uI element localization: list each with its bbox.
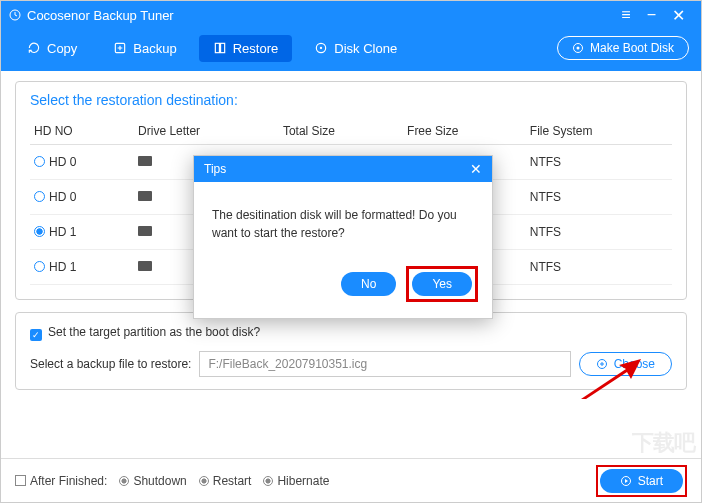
backup-path-input[interactable] <box>199 351 570 377</box>
yes-button[interactable]: Yes <box>412 272 472 296</box>
hibernate-label: Hibernate <box>277 474 329 488</box>
checkbox-icon[interactable]: ✓ <box>30 329 42 341</box>
disk-clone-icon <box>314 41 328 55</box>
radio-hibernate[interactable] <box>263 476 273 486</box>
drive-icon <box>138 261 152 271</box>
copy-icon <box>27 41 41 55</box>
col-fs: File System <box>526 118 672 145</box>
play-icon <box>620 475 632 487</box>
shutdown-label: Shutdown <box>133 474 186 488</box>
close-icon[interactable]: ✕ <box>672 6 685 25</box>
radio-restart[interactable] <box>199 476 209 486</box>
dialog-close-icon[interactable]: ✕ <box>470 161 482 177</box>
select-file-label: Select a backup file to restore: <box>30 357 191 371</box>
app-logo-icon <box>9 9 21 21</box>
start-button[interactable]: Start <box>600 469 683 493</box>
backup-icon <box>113 41 127 55</box>
after-finished-checkbox[interactable] <box>15 475 26 486</box>
minimize-icon[interactable]: − <box>647 6 656 25</box>
copy-button[interactable]: Copy <box>13 35 91 62</box>
make-boot-disk-button[interactable]: Make Boot Disk <box>557 36 689 60</box>
choose-button[interactable]: Choose <box>579 352 672 376</box>
col-free: Free Size <box>403 118 526 145</box>
dialog-footer: No Yes <box>194 256 492 318</box>
dialog-titlebar: Tips ✕ <box>194 156 492 182</box>
window-controls: ≡ − ✕ <box>621 6 693 25</box>
annotation-box-yes: Yes <box>406 266 478 302</box>
drive-icon <box>138 226 152 236</box>
backup-button[interactable]: Backup <box>99 35 190 62</box>
radio-icon[interactable] <box>34 226 45 237</box>
titlebar: Cocosenor Backup Tuner ≡ − ✕ Copy Backup… <box>1 1 701 71</box>
col-drive: Drive Letter <box>134 118 279 145</box>
col-total: Total Size <box>279 118 403 145</box>
annotation-box-start: Start <box>596 465 687 497</box>
menu-icon[interactable]: ≡ <box>621 6 630 25</box>
restore-button[interactable]: Restore <box>199 35 293 62</box>
svg-rect-2 <box>215 43 219 52</box>
tips-dialog: Tips ✕ The desitination disk will be for… <box>193 155 493 319</box>
radio-icon[interactable] <box>34 156 45 167</box>
radio-icon[interactable] <box>34 261 45 272</box>
lower-panel: ✓Set the target partition as the boot di… <box>15 312 687 390</box>
radio-icon[interactable] <box>34 191 45 202</box>
drive-icon <box>138 156 152 166</box>
col-hdno: HD NO <box>30 118 134 145</box>
watermark: 下载吧 <box>632 428 695 458</box>
disk-clone-button[interactable]: Disk Clone <box>300 35 411 62</box>
after-finished-label: After Finished: <box>30 474 107 488</box>
svg-point-7 <box>576 47 579 50</box>
no-button[interactable]: No <box>341 272 396 296</box>
svg-rect-3 <box>220 43 224 52</box>
plus-icon <box>596 358 608 370</box>
toolbar: Copy Backup Restore Disk Clone Make Boot… <box>1 25 701 71</box>
svg-point-5 <box>320 47 322 49</box>
drive-icon <box>138 191 152 201</box>
radio-shutdown[interactable] <box>119 476 129 486</box>
restore-icon <box>213 41 227 55</box>
dialog-body: The desitination disk will be formatted!… <box>194 182 492 256</box>
boot-checkbox-row[interactable]: ✓Set the target partition as the boot di… <box>30 325 672 341</box>
footer: After Finished: Shutdown Restart Hiberna… <box>1 458 701 502</box>
dialog-title: Tips <box>204 162 226 176</box>
panel-title: Select the restoration destination: <box>30 92 672 108</box>
restart-label: Restart <box>213 474 252 488</box>
app-title: Cocosenor Backup Tuner <box>9 8 621 23</box>
boot-disk-icon <box>572 42 584 54</box>
